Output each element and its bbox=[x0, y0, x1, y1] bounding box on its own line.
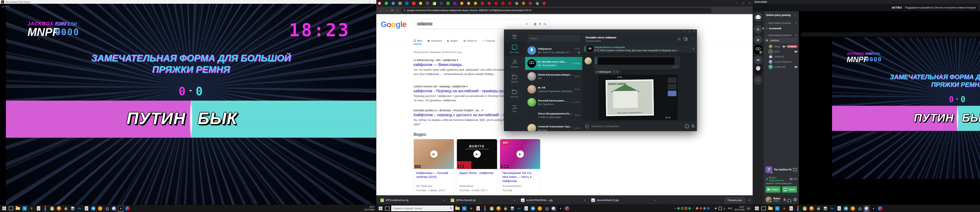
favicon-gmail[interactable] bbox=[378, 2, 381, 5]
chat-list-item[interactable]: Ольга Владимировна Ко…У тебя ж самый вер… bbox=[525, 109, 582, 122]
favicon-opera-orange[interactable] bbox=[522, 2, 525, 5]
chevron-up-icon[interactable]: ∧ bbox=[584, 199, 585, 202]
nav-all-chats[interactable]: Все чаты bbox=[504, 42, 525, 56]
favicon-opera-1[interactable] bbox=[460, 2, 463, 5]
video-card[interactable]: ▶ 2:50 Кайфоломы — Русский трейлер (2018… bbox=[414, 139, 454, 194]
message-input[interactable]: Написать сообщение… bbox=[591, 125, 682, 128]
video-title[interactable]: Прохождение Far Cry New Dawn — Часть 4 К… bbox=[500, 169, 540, 183]
search-query[interactable]: кайфолом bbox=[417, 22, 433, 26]
start-button[interactable] bbox=[754, 205, 760, 211]
voice-member[interactable]: Jenya Stepanov bbox=[764, 59, 799, 64]
taskbar-vpn-lock[interactable] bbox=[63, 205, 69, 211]
volume-icon[interactable] bbox=[715, 207, 718, 210]
search-icon[interactable] bbox=[544, 23, 546, 25]
taskbar-flash-tool[interactable] bbox=[29, 205, 35, 211]
tray-icon-green[interactable] bbox=[677, 207, 680, 210]
favicon-photos[interactable] bbox=[398, 2, 402, 5]
home-icon[interactable]: ⌂ bbox=[396, 8, 398, 12]
tab-shopping[interactable]: ◇Покупки bbox=[482, 39, 495, 42]
tray-icon-filezilla[interactable] bbox=[685, 207, 687, 210]
google-logo[interactable]: Google bbox=[381, 20, 407, 29]
voice-search-icon[interactable] bbox=[539, 23, 541, 25]
tab-videos[interactable]: ▶Видео bbox=[447, 39, 458, 42]
close-icon[interactable]: ✕ bbox=[373, 1, 375, 3]
taskbar-flash-tool[interactable] bbox=[781, 205, 787, 211]
server-header[interactable]: Online party gaming ⌄ bbox=[764, 11, 799, 19]
taskbar-document-app[interactable] bbox=[35, 205, 41, 211]
chevron-up-icon[interactable]: ∧ bbox=[514, 199, 515, 202]
chat-list-item[interactable]: ИзбранноеВы: Хлеб 47 гр. Майонез 13 г… 1… bbox=[525, 44, 582, 57]
favicon-dev[interactable] bbox=[426, 2, 429, 5]
favicon-opera-3[interactable] bbox=[474, 2, 477, 5]
favicon-google-2[interactable] bbox=[536, 2, 539, 5]
taskbar-notes[interactable] bbox=[83, 205, 89, 211]
forward-icon[interactable]: → bbox=[385, 8, 388, 12]
network-icon[interactable] bbox=[719, 207, 722, 210]
download-item[interactable]: uLAVAYRHkZ3fr4w….jpg∧ bbox=[519, 197, 588, 204]
video-button[interactable]: Видео bbox=[765, 186, 781, 193]
taskbar-flash-tool[interactable] bbox=[468, 205, 474, 211]
taskbar-steam[interactable] bbox=[857, 205, 862, 211]
back-icon[interactable]: ← bbox=[379, 8, 382, 12]
google-search-box[interactable]: кайфолом × ▦ bbox=[414, 19, 550, 29]
video-title[interactable]: Аудио: Burito - Кайфолов bbox=[457, 169, 497, 183]
server-icon-jp[interactable]: jp bbox=[754, 35, 762, 44]
chat-list-item[interactable]: Алексей Алексеевич Хра…Дэн еще 14:18 bbox=[525, 122, 582, 131]
taskbar-firefox[interactable] bbox=[56, 205, 62, 211]
favicon-mail-m[interactable] bbox=[453, 2, 457, 5]
alice-search-box[interactable]: Скажите «Слушай, Алиса» bbox=[391, 206, 453, 211]
voice-activity-icon[interactable] bbox=[790, 178, 792, 180]
taskbar-explorer[interactable] bbox=[768, 205, 773, 211]
tray-expand-icon[interactable]: ∧ bbox=[675, 207, 676, 209]
tray-icon-flag[interactable] bbox=[681, 207, 684, 210]
task-view-button[interactable] bbox=[760, 205, 767, 211]
taskbar-photoshop[interactable]: Ps bbox=[76, 205, 83, 211]
favicon-settings[interactable] bbox=[440, 2, 443, 5]
taskbar-vpn-lock[interactable] bbox=[503, 205, 508, 211]
stop-streaming-icon[interactable] bbox=[793, 168, 797, 171]
minimize-icon[interactable]: – bbox=[364, 1, 366, 3]
add-server-button[interactable]: + bbox=[754, 76, 762, 85]
taskbar-calculator[interactable] bbox=[70, 205, 76, 211]
video-thumbnail[interactable]: BURITO ▶ 3:21 bbox=[457, 139, 497, 169]
start-button[interactable] bbox=[1, 205, 7, 211]
video-thumbnail[interactable]: RGT ▶ 33:52 bbox=[500, 139, 540, 169]
taskbar-steam[interactable] bbox=[104, 205, 110, 211]
disconnect-icon[interactable]: ✆× bbox=[794, 178, 797, 180]
add-channel-icon[interactable]: + bbox=[795, 34, 797, 37]
favicon-red-site[interactable] bbox=[412, 2, 415, 5]
channel-osnovnoy[interactable]: # основной bbox=[765, 26, 798, 31]
minimize-icon[interactable]: – bbox=[737, 2, 738, 4]
tray-icon-oval[interactable] bbox=[688, 207, 691, 210]
taskbar-explorer[interactable] bbox=[455, 205, 460, 211]
settings-gear-icon[interactable] bbox=[794, 198, 797, 201]
favicon-opera-2[interactable] bbox=[467, 2, 470, 5]
voice-member[interactable]: Aufbruch bbox=[764, 54, 799, 59]
chevron-up-icon[interactable]: ∧ bbox=[654, 199, 656, 202]
menu-icon[interactable] bbox=[512, 35, 517, 39]
favicon-nvidia[interactable] bbox=[433, 2, 436, 5]
maximize-icon[interactable]: ▢ bbox=[742, 2, 745, 4]
address-bar[interactable]: google.com/search?q=кайфолом&oq=кайфолом… bbox=[401, 8, 712, 13]
keyboard-icon[interactable]: ▦ bbox=[534, 22, 536, 26]
discord-home-button[interactable] bbox=[754, 13, 762, 21]
nav-channels[interactable]: Каналы bbox=[504, 87, 525, 101]
layout-icon[interactable] bbox=[684, 37, 687, 41]
nav-groups[interactable]: Группы bbox=[504, 71, 525, 86]
taskbar-notes[interactable] bbox=[523, 205, 529, 211]
taskbar-telegram[interactable] bbox=[530, 205, 536, 211]
taskbar-vscode[interactable]: V bbox=[775, 205, 780, 211]
user-avatar[interactable] bbox=[765, 196, 772, 203]
voice-channels-category[interactable]: ⌄ ГОЛОСОВЫЕ КАНАЛЫ + bbox=[764, 34, 799, 37]
voice-member[interactable]: snake-345 bbox=[764, 64, 799, 69]
download-item[interactable]: JPP1ru-demo3-ws.zip∧ bbox=[378, 197, 447, 204]
message-quoted-image[interactable]: 21:18 bbox=[594, 56, 680, 69]
taskbar-chrome[interactable] bbox=[489, 205, 495, 211]
taskbar-figma[interactable] bbox=[482, 205, 488, 211]
favicon-badge-red-7[interactable] bbox=[542, 2, 546, 5]
taskbar-chrome[interactable] bbox=[49, 205, 55, 211]
alice-mic-icon[interactable] bbox=[450, 207, 452, 210]
taskbar-calculator[interactable] bbox=[509, 205, 515, 211]
taskbar-jackbox[interactable]: 4 bbox=[557, 205, 563, 211]
play-icon[interactable]: ▶ bbox=[517, 150, 524, 158]
